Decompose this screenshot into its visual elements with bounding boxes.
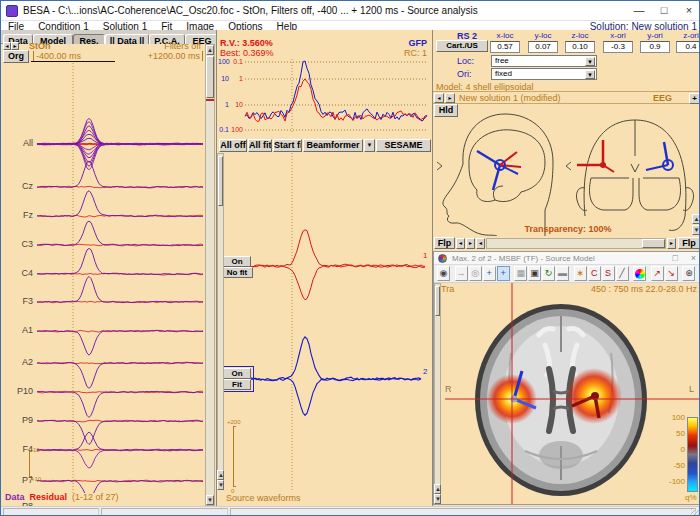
condition-label: StOn — [29, 41, 51, 51]
flip-scrollbar[interactable] — [486, 238, 666, 249]
flip-left-button[interactable]: Flp — [434, 237, 455, 249]
prev-page-button[interactable]: ◄ — [3, 42, 11, 50]
solution-name-label: New solution 1 (modified) — [459, 93, 561, 103]
scroll-up-icon[interactable]: ▲ — [692, 214, 700, 224]
rotate-3d-icon[interactable]: ↻ — [542, 266, 555, 281]
view-plane-label: Tra — [441, 284, 454, 294]
left-marker: L — [689, 384, 694, 394]
data-legend: Data — [5, 492, 25, 502]
minimize-button[interactable]: — — [627, 1, 651, 20]
head-schematic-area[interactable]: Hld Transparency: 100% ▲ ▼ — [433, 104, 700, 236]
amp-scale-top: -10 — [31, 447, 40, 453]
param-value-x-loc[interactable]: 0.57 — [490, 41, 520, 53]
all-off-button[interactable]: All off — [219, 139, 247, 152]
scroll-down-icon[interactable]: ▼ — [206, 495, 214, 505]
colorbar-label: 0 — [659, 445, 685, 454]
scroll-up-icon[interactable]: ▲ — [206, 45, 214, 55]
window-title: BESA - C:\...ions\AC-Coherence\AC_Osc20.… — [23, 5, 478, 16]
param-value-y-loc[interactable]: 0.07 — [528, 41, 558, 53]
start-fit-button[interactable]: Start fit — [273, 139, 302, 152]
channel-waveforms[interactable] — [1, 63, 205, 493]
right-panel: RS 2 x-locy-locz-locx-oriy-oriz-ori Cart… — [432, 30, 700, 506]
param-value-x-ori[interactable]: -0.3 — [603, 41, 633, 53]
grid-icon[interactable]: ▦ — [514, 266, 527, 281]
next-page-button[interactable]: ► — [11, 42, 19, 50]
loc-dropdown[interactable]: free ▼ — [491, 55, 597, 67]
flip-right-button[interactable]: Flp — [678, 237, 700, 249]
status-bar — [1, 506, 700, 516]
middle-scrollbar[interactable]: ▲ ▼ — [217, 153, 224, 490]
org-button[interactable]: Org — [3, 50, 29, 63]
scroll-up-icon[interactable]: ▲ — [217, 470, 224, 480]
flip-scrollbar-thumb[interactable] — [642, 239, 665, 248]
zoom-icon[interactable]: ◎ — [469, 266, 482, 281]
rotate-left-icon[interactable]: ◄ — [456, 238, 465, 249]
beamformer-button[interactable]: Beamformer — [303, 139, 363, 152]
viewer-title-bar[interactable]: Max. 2 of 2 - MSBF (TF) - Source Model □… — [434, 252, 700, 265]
viewer-scrollbar-thumb[interactable] — [435, 286, 440, 316]
scroll-down-icon[interactable]: ▼ — [692, 225, 700, 235]
dipole-add-icon[interactable]: ↗ — [651, 266, 664, 281]
scroll-down-icon[interactable]: ▼ — [434, 494, 441, 504]
beamformer-dropdown-button[interactable]: ▼ — [364, 139, 375, 152]
resize-grip[interactable] — [691, 509, 700, 516]
viewer-title: Max. 2 of 2 - MSBF (TF) - Source Model — [452, 254, 595, 263]
all-fit-button[interactable]: All fit — [248, 139, 272, 152]
prev-solution-button[interactable]: ◄ — [434, 93, 444, 103]
source1-fit-button[interactable]: No fit — [221, 267, 253, 278]
source-waveform-plot[interactable] — [217, 153, 432, 490]
title-bar[interactable]: BESA - C:\...ions\AC-Coherence\AC_Osc20.… — [1, 1, 700, 21]
chevron-down-icon[interactable]: ▼ — [585, 57, 595, 66]
cart-us-button[interactable]: Cart./US — [436, 40, 488, 52]
param-value-z-loc[interactable]: 0.10 — [565, 41, 595, 53]
ori-dropdown[interactable]: fixed ▼ — [491, 68, 597, 80]
channel-range-label: (1-12 of 27) — [72, 492, 119, 502]
next-solution-button[interactable]: ► — [445, 93, 455, 103]
middle-footer: Source waveforms — [226, 493, 301, 503]
move-all-icon[interactable]: + — [483, 266, 496, 281]
param-value-z-ori[interactable]: 0.4 — [676, 41, 700, 53]
probe-icon[interactable]: ◉ — [437, 266, 450, 281]
hold-button[interactable]: Hld — [434, 104, 458, 117]
sesame-button[interactable]: SESAME — [376, 139, 431, 152]
colorbar-label: -100 — [659, 477, 685, 486]
viewer-icon — [438, 254, 447, 263]
draw-icon[interactable]: ╱ — [616, 266, 629, 281]
viewer-scrollbar[interactable]: ▲ ▼ — [434, 283, 441, 504]
source1-on-button[interactable]: On — [223, 256, 251, 267]
rotate-right-icon[interactable]: ► — [466, 238, 475, 249]
colorbar-label: 50 — [659, 429, 685, 438]
multislice-icon[interactable]: ▣ — [528, 266, 541, 281]
solution-expand-button[interactable]: + — [689, 93, 700, 104]
sensor-map-icon[interactable]: ∗ — [574, 266, 587, 281]
chevron-down-icon[interactable]: ▼ — [585, 70, 595, 79]
viewer-maximize-button[interactable]: □ — [673, 253, 678, 263]
pan-icon[interactable]: → — [455, 266, 468, 281]
colorbar-label: -50 — [659, 461, 685, 470]
scroll-down-icon[interactable]: ▼ — [217, 480, 224, 490]
rv-label: R.V.: 3.560% — [220, 38, 273, 48]
param-value-y-ori[interactable]: 0.9 — [640, 41, 670, 53]
left-scrollbar-thumb[interactable] — [206, 56, 214, 98]
gfp-residual-plot[interactable] — [217, 57, 432, 136]
source2-on-button[interactable]: On — [223, 368, 251, 379]
cursor-s-icon[interactable]: S — [602, 266, 615, 281]
mri-view[interactable]: Tra 450 : 750 ms 22.0-28.0 Hz R L 100500… — [441, 283, 700, 504]
crosshair-icon[interactable]: + — [497, 266, 510, 281]
param-header-y-loc: y-loc — [526, 31, 560, 40]
dipole-del-icon[interactable]: ↘ — [665, 266, 678, 281]
amp-scale-bottom: +10 — [31, 476, 41, 482]
scroll-right-icon[interactable]: ► — [667, 238, 676, 249]
scroll-left-icon[interactable]: ◄ — [476, 238, 485, 249]
flatten-icon[interactable]: ▬ — [556, 266, 569, 281]
left-scrollbar[interactable]: ▲ ▼ — [205, 44, 215, 506]
maximize-button[interactable]: □ — [652, 1, 676, 20]
middle-scrollbar-thumb[interactable] — [218, 156, 223, 206]
close-button[interactable]: × — [677, 1, 700, 20]
viewer-close-button[interactable]: × — [691, 253, 696, 263]
settings-icon[interactable]: ⊛ — [682, 266, 695, 281]
source2-fit-button[interactable]: Fit — [223, 379, 251, 390]
cursor-c-icon[interactable]: C — [588, 266, 601, 281]
color-wheel-icon[interactable] — [633, 266, 646, 281]
scroll-up-icon[interactable]: ▲ — [434, 484, 441, 494]
